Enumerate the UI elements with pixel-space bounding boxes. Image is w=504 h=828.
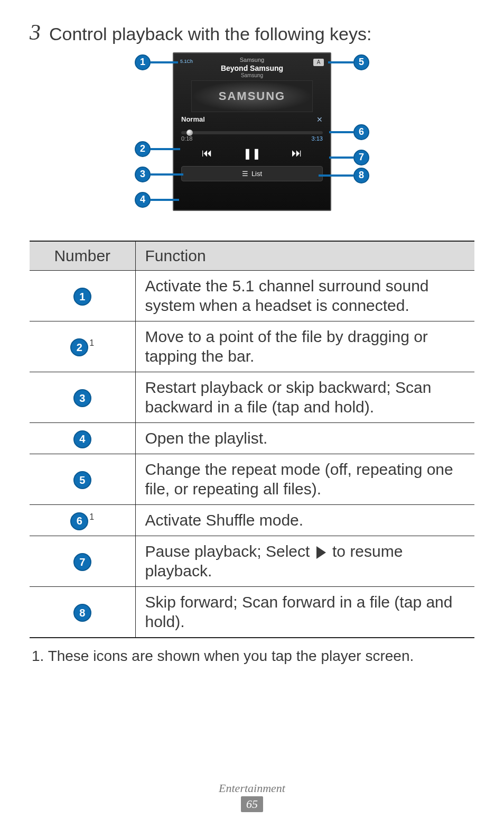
pause-icon: ❚❚ xyxy=(243,147,261,160)
callout-7: 7 xyxy=(353,150,369,165)
callout-1-line xyxy=(151,61,178,63)
footnote-separator xyxy=(30,638,474,638)
table-row: 7Pause playback; Select to resume playba… xyxy=(30,536,474,586)
progress-knob xyxy=(186,130,193,136)
footer-section: Entertainment xyxy=(0,781,504,795)
repeat-badge: A xyxy=(313,59,324,66)
number-badge: 6 xyxy=(70,512,88,530)
list-icon: ☰ xyxy=(242,170,248,178)
table-cell-number: 8 xyxy=(30,586,135,637)
callout-8-line xyxy=(319,174,353,177)
number-badge: 2 xyxy=(70,338,88,356)
track-artist: Samsung xyxy=(174,53,330,64)
album-art-text: SAMSUNG xyxy=(219,89,285,103)
album-art: SAMSUNG xyxy=(191,80,313,112)
table-cell-number: 3 xyxy=(30,372,135,422)
table-cell-number: 21 xyxy=(30,321,135,372)
func-text-pre: Pause playback; Select xyxy=(145,542,314,560)
shuffle-icon: ✕ xyxy=(316,115,323,124)
number-badge: 1 xyxy=(73,288,91,306)
table-row: 4Open the playlist. xyxy=(30,422,474,454)
track-title: Beyond Samsung xyxy=(174,64,330,72)
callout-3: 3 xyxy=(135,167,151,182)
page-footer: Entertainment 65 xyxy=(0,781,504,812)
callout-6: 6 xyxy=(353,124,369,140)
step-line: 3 Control playback with the following ke… xyxy=(30,21,474,45)
elapsed-time: 0:18 xyxy=(181,135,192,142)
footnote-marker: 1 xyxy=(89,338,94,347)
callout-8: 8 xyxy=(353,168,369,183)
callout-6-line xyxy=(329,131,353,133)
table-cell-function: Activate Shuffle mode. xyxy=(135,504,474,536)
callout-2: 2 xyxy=(135,141,151,157)
footnote: 1. These icons are shown when you tap th… xyxy=(30,648,474,665)
progress-bar xyxy=(181,131,323,134)
prev-icon: ⏮ xyxy=(202,147,212,159)
table-row: 3Restart playback or skip backward; Scan… xyxy=(30,372,474,422)
number-badge: 4 xyxy=(73,430,91,448)
number-badge: 8 xyxy=(73,604,91,622)
callout-5-line xyxy=(328,61,353,63)
number-badge: 5 xyxy=(73,471,91,489)
table-cell-function: Restart playback or skip backward; Scan … xyxy=(135,372,474,422)
next-icon: ⏭ xyxy=(292,147,302,159)
track-album: Samsung xyxy=(174,72,330,78)
list-label: List xyxy=(251,170,262,178)
table-cell-number: 61 xyxy=(30,504,135,536)
table-cell-number: 5 xyxy=(30,454,135,504)
functions-table: Number Function 1Activate the 5.1 channe… xyxy=(30,241,474,638)
footnote-marker: 1 xyxy=(89,512,94,521)
callout-7-line xyxy=(329,157,353,159)
step-number: 3 xyxy=(30,21,41,43)
list-button: ☰ List xyxy=(181,166,323,181)
surround-badge: 5.1Ch xyxy=(180,59,193,64)
callout-1: 1 xyxy=(135,54,151,70)
table-cell-function: Open the playlist. xyxy=(135,422,474,454)
table-cell-number: 7 xyxy=(30,536,135,586)
table-row: 5Change the repeat mode (off, repeating … xyxy=(30,454,474,504)
number-badge: 7 xyxy=(73,553,91,571)
number-badge: 3 xyxy=(73,389,91,407)
callout-5: 5 xyxy=(353,54,369,70)
footer-page-number: 65 xyxy=(241,796,263,812)
col-header-number: Number xyxy=(30,241,135,271)
table-cell-number: 4 xyxy=(30,422,135,454)
callout-3-line xyxy=(151,173,183,176)
table-cell-function: Skip forward; Scan forward in a file (ta… xyxy=(135,586,474,637)
step-text: Control playback with the following keys… xyxy=(49,21,371,45)
table-row: 8Skip forward; Scan forward in a file (t… xyxy=(30,586,474,637)
phone-illustration: 5.1Ch A Samsung Beyond Samsung Samsung S… xyxy=(30,52,474,227)
table-cell-function: Move to a point of the file by dragging … xyxy=(135,321,474,372)
play-icon xyxy=(316,546,326,559)
table-cell-function: Change the repeat mode (off, repeating o… xyxy=(135,454,474,504)
col-header-function: Function xyxy=(135,241,474,271)
callout-2-line xyxy=(151,148,180,150)
table-row: 61Activate Shuffle mode. xyxy=(30,504,474,536)
table-row: 1Activate the 5.1 channel surround sound… xyxy=(30,270,474,321)
phone-screen: 5.1Ch A Samsung Beyond Samsung Samsung S… xyxy=(173,52,331,211)
table-cell-function: Activate the 5.1 channel surround sound … xyxy=(135,270,474,321)
table-cell-number: 1 xyxy=(30,270,135,321)
callout-4: 4 xyxy=(135,192,151,208)
duration-time: 3:13 xyxy=(312,135,323,142)
eq-mode-label: Normal xyxy=(181,115,205,123)
table-cell-function: Pause playback; Select to resume playbac… xyxy=(135,536,474,586)
callout-4-line xyxy=(151,199,179,201)
table-row: 21Move to a point of the file by draggin… xyxy=(30,321,474,372)
